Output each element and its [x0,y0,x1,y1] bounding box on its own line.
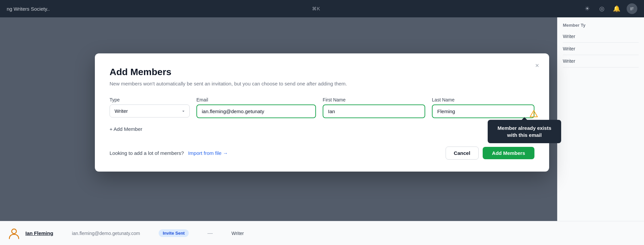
modal-container: × Add Members New members won't automati… [0,0,644,245]
cancel-button[interactable]: Cancel [446,147,479,160]
close-button[interactable]: × [532,60,542,71]
svg-point-2 [533,115,534,116]
type-field-group: Type Writer Admin Member [110,97,190,117]
import-link[interactable]: Import from file → [188,150,228,156]
add-member-button[interactable]: + Add Member [110,126,534,132]
modal-footer: Looking to add a lot of members? Import … [110,143,534,160]
email-input[interactable] [196,104,316,118]
modal-subtitle: New members won't automatically be sent … [110,81,534,86]
add-members-button[interactable]: Add Members [483,147,534,159]
modal-title: Add Members [110,67,534,77]
type-select[interactable]: Writer Admin Member [110,104,190,117]
form-row: Type Writer Admin Member Email First Nam… [110,97,534,118]
footer-prompt: Looking to add a lot of members? Import … [110,150,228,156]
type-label: Type [110,97,190,102]
lastname-input[interactable] [432,104,534,118]
add-members-modal: × Add Members New members won't automati… [95,53,549,172]
warning-icon [530,110,538,120]
firstname-label: First Name [323,97,425,102]
footer-actions: Cancel Add Members [446,147,534,160]
firstname-input[interactable] [323,104,425,118]
email-label: Email [196,97,316,102]
email-field-group: Email [196,97,316,118]
lastname-field-group: Last Name Member already exists with thi… [432,97,534,118]
error-tooltip: Member already exists with this email [488,120,561,143]
firstname-field-group: First Name [323,97,425,118]
lastname-label: Last Name [432,97,534,102]
